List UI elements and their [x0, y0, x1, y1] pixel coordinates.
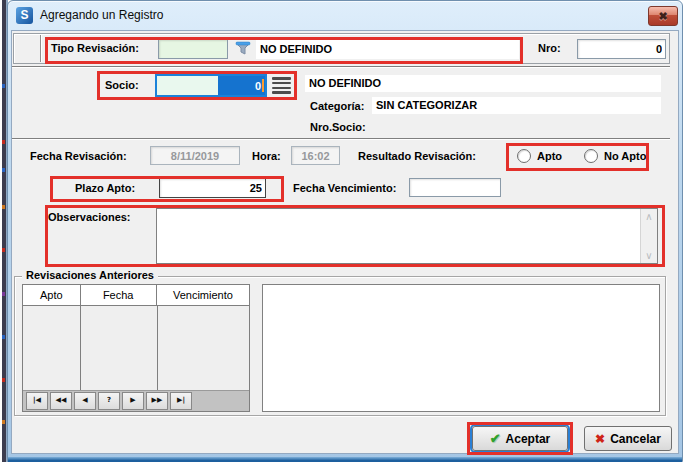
grid-body[interactable]: [23, 306, 249, 392]
nro-socio-label: Nro.Socio:: [310, 121, 366, 133]
tipo-revisacion-label: Tipo Revisación:: [51, 42, 139, 54]
check-icon: ✔: [490, 431, 501, 446]
background-artifact: [2, 140, 5, 144]
grid-gridline: [157, 306, 158, 392]
window-bottom-border: [8, 457, 682, 462]
radio-no-apto-label: No Apto: [604, 150, 646, 162]
record-navigator: |◀ ◀◀ ◀ ? ▶ ▶▶ ▶|: [23, 390, 249, 411]
nav-fast-prev-button[interactable]: ◀◀: [50, 392, 72, 410]
background-artifact: [2, 335, 5, 339]
app-logo-icon: S: [16, 7, 33, 24]
fecha-vencimiento-label: Fecha Vencimiento:: [293, 182, 396, 194]
fecha-revisacion-label: Fecha Revisación:: [30, 150, 127, 162]
nav-next-button[interactable]: ▶: [122, 392, 144, 410]
nav-fast-next-button[interactable]: ▶▶: [146, 392, 168, 410]
cancelar-button-label: Cancelar: [610, 432, 661, 446]
categoria-display: SIN CATEGORIZAR: [372, 97, 661, 114]
aceptar-button[interactable]: ✔ Aceptar: [472, 426, 568, 451]
socio-input[interactable]: 0: [155, 74, 267, 97]
socio-input-background: [157, 76, 218, 95]
section-separator: [12, 138, 670, 140]
nav-prev-button[interactable]: ◀: [74, 392, 96, 410]
observaciones-textarea[interactable]: ∧ ∨: [156, 208, 658, 264]
grid-gridline: [80, 306, 81, 392]
observaciones-label: Observaciones:: [48, 211, 131, 223]
background-artifact: [2, 84, 5, 88]
close-button[interactable]: ✖: [648, 6, 678, 26]
tipo-revisacion-input[interactable]: [158, 39, 228, 59]
observaciones-scrollbar[interactable]: ∧ ∨: [640, 209, 657, 263]
window-title: Agregando un Registro: [40, 8, 163, 22]
text-caret: [262, 79, 264, 92]
background-artifact: [2, 378, 5, 382]
plazo-apto-input[interactable]: [159, 178, 266, 198]
scroll-up-icon[interactable]: ∧: [641, 209, 657, 224]
filter-icon[interactable]: [235, 41, 251, 56]
nav-first-button[interactable]: |◀: [26, 392, 48, 410]
revisaciones-detail-box: [262, 284, 660, 412]
socio-label: Socio:: [105, 79, 139, 91]
background-artifact: [2, 420, 5, 424]
categoria-label: Categoría:: [310, 100, 364, 112]
revisaciones-grid[interactable]: Apto Fecha Vencimiento |◀ ◀◀ ◀ ? ▶ ▶▶ ▶|: [22, 284, 250, 412]
grid-column-apto: Apto: [23, 285, 81, 305]
revisaciones-anteriores-title: Revisaciones Anteriores: [22, 269, 158, 281]
scroll-down-icon[interactable]: ∨: [641, 248, 657, 263]
x-icon: ✖: [595, 432, 605, 446]
plazo-apto-label: Plazo Apto:: [75, 182, 135, 194]
grid-column-vencimiento: Vencimiento: [157, 285, 249, 305]
background-artifact: [2, 168, 5, 172]
hora-label: Hora:: [252, 150, 281, 162]
observaciones-text: [157, 209, 640, 263]
socio-nombre-display: NO DEFINIDO: [305, 75, 661, 92]
radio-apto-label: Apto: [537, 150, 562, 162]
resultado-revisacion-label: Resultado Revisación:: [358, 150, 476, 162]
nro-label: Nro:: [538, 42, 561, 54]
nav-last-button[interactable]: ▶|: [170, 392, 192, 410]
aceptar-button-label: Aceptar: [506, 432, 551, 446]
grid-column-fecha: Fecha: [81, 285, 157, 305]
radio-no-apto-circle[interactable]: [584, 149, 598, 163]
radio-apto-circle[interactable]: [517, 149, 531, 163]
background-artifact: [2, 292, 5, 296]
nav-help-button[interactable]: ?: [98, 392, 120, 410]
tipo-revisacion-descripcion: NO DEFINIDO: [256, 39, 519, 59]
background-artifact: [2, 248, 5, 252]
hora-input[interactable]: [291, 146, 340, 165]
socio-lookup-menu-icon[interactable]: [272, 77, 291, 94]
radio-apto[interactable]: Apto: [517, 149, 562, 163]
fecha-vencimiento-input[interactable]: [409, 178, 501, 197]
fecha-revisacion-input[interactable]: [150, 146, 240, 165]
panel-divider: [40, 35, 42, 62]
cancelar-button[interactable]: ✖ Cancelar: [584, 426, 672, 451]
nro-input[interactable]: [577, 39, 666, 59]
socio-selected-value: 0: [218, 76, 265, 95]
section-separator: [12, 66, 670, 68]
radio-no-apto[interactable]: No Apto: [584, 149, 646, 163]
background-artifact: [2, 205, 5, 209]
grid-header-row: Apto Fecha Vencimiento: [23, 285, 249, 306]
